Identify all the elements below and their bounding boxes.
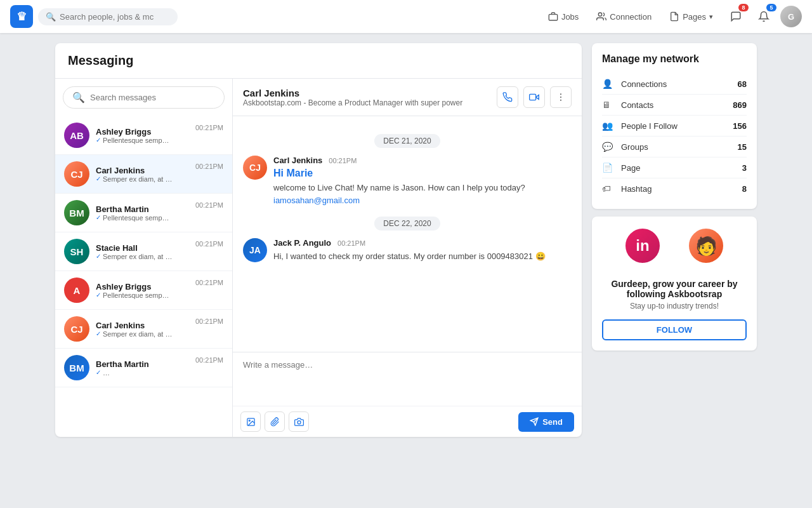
msg-avatar: CJ xyxy=(243,156,267,180)
network-item-count: 3 xyxy=(742,163,747,173)
contact-time: 00:21PM xyxy=(195,316,223,325)
message-textarea[interactable] xyxy=(233,352,582,403)
right-panel: Manage my network 👤 Connections 68 🖥 Con… xyxy=(592,43,757,437)
contact-info: Ashley Briggs ✓ Pellentesque semp… xyxy=(96,282,189,299)
send-button[interactable]: Send xyxy=(518,412,574,432)
contact-items: AB Ashley Briggs ✓ Pellentesque semp… 00… xyxy=(55,116,232,437)
search-input-wrap[interactable]: 🔍 xyxy=(63,86,225,109)
contact-list: 🔍 AB Ashley Briggs ✓ Pellentesque semp… … xyxy=(55,79,233,437)
contact-name: Carl Jenkins xyxy=(96,321,189,330)
global-search-input[interactable] xyxy=(60,12,170,22)
contact-name: Bertha Martin xyxy=(96,204,189,214)
user-avatar[interactable]: G xyxy=(780,6,802,27)
contact-name: Carl Jenkins xyxy=(96,166,189,175)
jobs-nav[interactable]: Jobs xyxy=(542,8,585,25)
contact-name: Bertha Martin xyxy=(96,359,189,369)
network-item-label: Page xyxy=(621,163,742,173)
contact-preview: ✓ Pellentesque semp… xyxy=(96,214,189,222)
jobs-label: Jobs xyxy=(561,12,579,22)
contact-item[interactable]: BM Bertha Martin ✓ Pellentesque semp… 00… xyxy=(55,194,232,232)
connection-nav[interactable]: Connection xyxy=(590,8,658,25)
search-bar[interactable]: 🔍 xyxy=(38,8,178,25)
msg-content: Carl Jenkins 00:21PM Hi Mariewelcome to … xyxy=(273,156,525,206)
contact-item[interactable]: CJ Carl Jenkins ✓ Semper ex diam, at … 0… xyxy=(55,310,232,349)
check-icon: ✓ xyxy=(96,253,101,260)
svg-point-1 xyxy=(599,13,602,16)
network-item-label: Connections xyxy=(621,79,738,89)
network-item-label: People I Follow xyxy=(621,121,733,131)
msg-header: Jack P. Angulo 00:21PM xyxy=(273,238,546,248)
contact-avatar: AB xyxy=(64,123,89,148)
network-title: Manage my network xyxy=(602,53,747,65)
chat-area: Carl Jenkins Askbootstap.com - Become a … xyxy=(233,79,582,437)
contact-time: 00:21PM xyxy=(195,123,223,131)
chat-header-actions xyxy=(497,86,572,108)
image-tool-btn[interactable] xyxy=(240,411,261,432)
network-item[interactable]: 🖥 Contacts 869 xyxy=(602,95,747,116)
logo: ♛ xyxy=(10,5,33,28)
contact-item[interactable]: BM Bertha Martin ✓ … 00:21PM xyxy=(55,349,232,387)
contact-avatar: A xyxy=(64,277,89,303)
network-item-label: Groups xyxy=(621,142,738,152)
message-row: JA Jack P. Angulo 00:21PM Hi, I wanted t… xyxy=(243,238,572,263)
contact-item[interactable]: AB Ashley Briggs ✓ Pellentesque semp… 00… xyxy=(55,116,232,155)
messaging-body: 🔍 AB Ashley Briggs ✓ Pellentesque semp… … xyxy=(55,79,582,437)
contact-name: Stacie Hall xyxy=(96,243,189,253)
contact-avatar: CJ xyxy=(64,316,89,342)
chat-header: Carl Jenkins Askbootstap.com - Become a … xyxy=(233,79,582,116)
video-btn[interactable] xyxy=(523,86,545,108)
contact-time: 00:21PM xyxy=(195,161,223,170)
contact-item[interactable]: A Ashley Briggs ✓ Pellentesque semp… 00:… xyxy=(55,271,232,310)
msg-email-link[interactable]: iamosahan@gmail.com xyxy=(273,196,360,205)
contact-preview: ✓ Semper ex diam, at … xyxy=(96,330,189,338)
contact-item[interactable]: SH Stacie Hall ✓ Semper ex diam, at … 00… xyxy=(55,232,232,271)
network-item[interactable]: 👤 Connections 68 xyxy=(602,74,747,95)
phone-btn[interactable] xyxy=(497,86,518,108)
promo-sub-text: Stay up-to industry trends! xyxy=(602,302,747,311)
date-label: DEC 21, 2020 xyxy=(374,134,440,148)
contact-time: 00:21PM xyxy=(195,277,223,286)
svg-point-9 xyxy=(298,420,301,424)
pages-nav[interactable]: Pages ▾ xyxy=(663,8,719,25)
network-item[interactable]: 👥 People I Follow 156 xyxy=(602,116,747,137)
contact-info: Stacie Hall ✓ Semper ex diam, at … xyxy=(96,243,189,260)
check-icon: ✓ xyxy=(96,214,101,221)
network-item-count: 869 xyxy=(733,100,747,110)
chat-messages: DEC 21, 2020 CJ Carl Jenkins 00:21PM Hi … xyxy=(233,116,582,352)
search-bar-wrap: 🔍 xyxy=(55,79,232,116)
msg-content: Jack P. Angulo 00:21PM Hi, I wanted to c… xyxy=(273,238,546,263)
attach-tool-btn[interactable] xyxy=(265,411,285,432)
contact-name: Ashley Briggs xyxy=(96,127,189,137)
chat-input-area: Send xyxy=(233,352,582,437)
contact-preview: ✓ … xyxy=(96,369,189,377)
svg-marker-2 xyxy=(536,95,539,100)
network-item-label: Contacts xyxy=(621,100,733,110)
msg-time: 00:21PM xyxy=(337,239,365,247)
contact-item[interactable]: CJ Carl Jenkins ✓ Semper ex diam, at … 0… xyxy=(55,155,232,194)
contact-preview: ✓ Pellentesque semp… xyxy=(96,291,189,299)
more-btn[interactable] xyxy=(550,86,572,108)
camera-tool-btn[interactable] xyxy=(289,411,309,432)
msg-header: Carl Jenkins 00:21PM xyxy=(273,156,525,165)
network-item[interactable]: 💬 Groups 15 xyxy=(602,137,747,157)
chat-contact-sub: Askbootstap.com - Become a Product Manag… xyxy=(243,98,462,107)
connection-label: Connection xyxy=(610,12,652,22)
network-item-icon: 👥 xyxy=(602,121,615,131)
network-item-count: 8 xyxy=(742,184,747,194)
msg-time: 00:21PM xyxy=(329,157,357,164)
contact-info: Bertha Martin ✓ Pellentesque semp… xyxy=(96,204,189,222)
network-item[interactable]: 📄 Page 3 xyxy=(602,157,747,178)
search-icon: 🔍 xyxy=(46,12,56,22)
svg-point-8 xyxy=(249,420,250,421)
messaging-title: Messaging xyxy=(68,53,569,68)
notifications-btn[interactable]: 5 xyxy=(752,5,775,28)
contact-avatar: CJ xyxy=(64,161,89,187)
pages-label: Pages xyxy=(683,12,706,22)
msg-avatar: JA xyxy=(243,238,267,262)
network-items: 👤 Connections 68 🖥 Contacts 869 👥 People… xyxy=(602,74,747,199)
network-item[interactable]: 🏷 Hashtag 8 xyxy=(602,178,747,199)
messages-btn[interactable]: 8 xyxy=(724,5,747,28)
follow-button[interactable]: FOLLOW xyxy=(602,319,747,340)
chat-footer: Send xyxy=(233,406,582,437)
search-messages-input[interactable] xyxy=(90,93,215,102)
